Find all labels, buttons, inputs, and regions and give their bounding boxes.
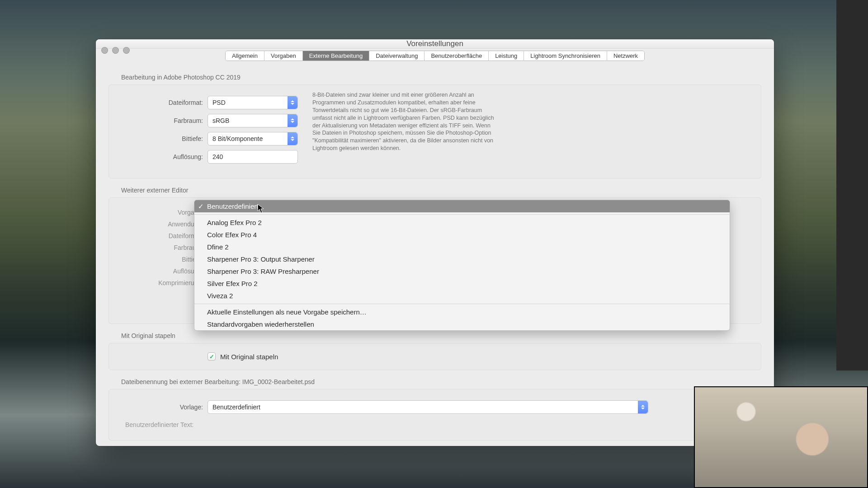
label-fileformat: Dateiformat: <box>117 99 208 106</box>
select-bitdepth[interactable]: 8 Bit/Komponente <box>208 132 298 145</box>
cursor-icon <box>257 204 264 214</box>
dropdown-separator <box>194 304 730 304</box>
dropdown-item[interactable]: Dfine 2 <box>194 241 730 253</box>
photoshop-info-text: 8-Bit-Dateien sind zwar kleiner und mit … <box>312 91 495 152</box>
dropdown-item[interactable]: Silver Efex Pro 2 <box>194 277 730 290</box>
chevron-updown-icon <box>288 132 297 145</box>
window-controls <box>101 47 130 54</box>
panel-stack: ✓ Mit Original stapeln <box>108 343 761 370</box>
dropdown-item-label: Dfine 2 <box>207 243 229 251</box>
select-colorspace[interactable]: sRGB <box>208 114 298 127</box>
tabs-segmented: Allgemein Vorgaben Externe Bearbeitung D… <box>225 51 645 61</box>
dropdown-item[interactable]: Analog Efex Pro 2 <box>194 216 730 229</box>
tab-allgemein[interactable]: Allgemein <box>226 51 264 61</box>
label-bitdepth: Bittiefe: <box>117 135 208 142</box>
label-resolution: Auflösung: <box>117 153 208 160</box>
close-icon[interactable] <box>101 47 108 54</box>
select-template[interactable]: Benutzerdefiniert <box>208 400 648 414</box>
checkmark-icon: ✓ <box>198 202 204 211</box>
desktop-right-edge <box>836 0 868 371</box>
select-colorspace-value: sRGB <box>212 117 229 124</box>
titlebar: Voreinstellungen <box>96 39 774 49</box>
label-template: Vorlage: <box>117 404 208 411</box>
zoom-icon[interactable] <box>123 47 130 54</box>
section-title-external: Weiterer externer Editor <box>121 187 761 194</box>
dropdown-item-restore[interactable]: Standardvorgaben wiederherstellen <box>194 318 730 330</box>
dropdown-item-label: Benutzerdefiniert <box>207 202 258 210</box>
section-title-photoshop: Bearbeitung in Adobe Photoshop CC 2019 <box>121 74 761 81</box>
preferences-window: Voreinstellungen Allgemein Vorgaben Exte… <box>96 39 774 446</box>
window-title: Voreinstellungen <box>406 39 463 48</box>
content-area: Bearbeitung in Adobe Photoshop CC 2019 8… <box>96 61 774 449</box>
select-fileformat[interactable]: PSD <box>208 96 298 109</box>
tabs-bar: Allgemein Vorgaben Externe Bearbeitung D… <box>96 49 774 61</box>
tab-externe-bearbeitung[interactable]: Externe Bearbeitung <box>303 51 370 61</box>
minimize-icon[interactable] <box>112 47 119 54</box>
dropdown-item-label: Color Efex Pro 4 <box>207 231 257 239</box>
panel-photoshop: 8-Bit-Dateien sind zwar kleiner und mit … <box>108 84 761 178</box>
tab-benutzeroberflaeche[interactable]: Benutzeroberfläche <box>425 51 489 61</box>
select-bitdepth-value: 8 Bit/Komponente <box>212 135 263 142</box>
dropdown-item-saveas[interactable]: Aktuelle Einstellungen als neue Vorgabe … <box>194 306 730 318</box>
dropdown-item-label: Viveza 2 <box>207 292 233 300</box>
checkbox-label: Mit Original stapeln <box>220 353 278 361</box>
dropdown-item[interactable]: Sharpener Pro 3: RAW Presharpener <box>194 265 730 277</box>
panel-naming: Vorlage: Benutzerdefiniert Benutzerdefin… <box>108 389 761 441</box>
dropdown-item[interactable]: Viveza 2 <box>194 290 730 302</box>
chevron-updown-icon <box>638 401 648 413</box>
dropdown-item-label: Standardvorgaben wiederherstellen <box>207 320 314 328</box>
dropdown-item-label: Analog Efex Pro 2 <box>207 219 262 226</box>
select-fileformat-value: PSD <box>212 99 226 106</box>
label-custom-text: Benutzerdefinierter Text: <box>125 421 194 428</box>
chevron-updown-icon <box>288 96 297 109</box>
dropdown-item-label: Aktuelle Einstellungen als neue Vorgabe … <box>207 308 367 316</box>
dropdown-item-label: Sharpener Pro 3: RAW Presharpener <box>207 267 319 275</box>
label-colorspace: Farbraum: <box>117 117 208 124</box>
dropdown-separator <box>194 214 730 215</box>
tab-leistung[interactable]: Leistung <box>489 51 524 61</box>
dropdown-item-label: Sharpener Pro 3: Output Sharpener <box>207 255 315 263</box>
tab-netzwerk[interactable]: Netzwerk <box>607 51 644 61</box>
webcam-pip <box>694 386 868 488</box>
chevron-updown-icon <box>288 114 297 127</box>
section-title-stack: Mit Original stapeln <box>121 332 761 339</box>
preset-dropdown[interactable]: ✓ Benutzerdefiniert Analog Efex Pro 2 Co… <box>194 200 730 331</box>
dropdown-item[interactable]: Sharpener Pro 3: Output Sharpener <box>194 253 730 265</box>
dropdown-item-selected[interactable]: ✓ Benutzerdefiniert <box>194 200 730 212</box>
dropdown-item[interactable]: Color Efex Pro 4 <box>194 229 730 241</box>
tab-lightroom-sync[interactable]: Lightroom Synchronisieren <box>524 51 607 61</box>
tab-vorgaben[interactable]: Vorgaben <box>264 51 303 61</box>
tab-dateiverwaltung[interactable]: Dateiverwaltung <box>369 51 425 61</box>
select-template-value: Benutzerdefiniert <box>212 404 260 411</box>
checkbox-stack-with-original[interactable]: ✓ <box>208 352 216 361</box>
input-resolution[interactable] <box>208 150 298 164</box>
section-title-naming: Dateibenennung bei externer Bearbeitung:… <box>121 378 761 385</box>
dropdown-item-label: Silver Efex Pro 2 <box>207 280 258 287</box>
panel-external-editor: Vorgabe: Anwendung: Dateiformat: Farbrau… <box>108 197 761 324</box>
